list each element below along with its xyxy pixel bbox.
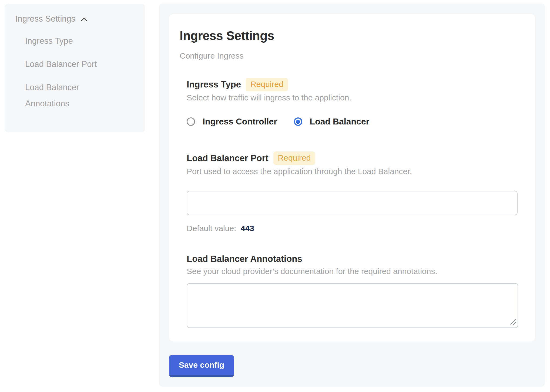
config-panel: Ingress Settings Configure Ingress Ingre… [159, 4, 545, 387]
required-badge: Required [273, 151, 316, 165]
ingress-settings-card: Ingress Settings Configure Ingress Ingre… [169, 14, 535, 342]
radio-button-icon[interactable] [187, 117, 195, 126]
ingress-type-radio-group: Ingress Controller Load Balancer [187, 117, 518, 127]
settings-sidebar: Ingress Settings Ingress Type Load Balan… [5, 4, 145, 132]
section-load-balancer-port: Load Balancer Port Required Port used to… [187, 151, 518, 233]
section-description: Port used to access the application thro… [187, 166, 518, 177]
load-balancer-annotations-textarea[interactable] [187, 283, 518, 328]
load-balancer-port-input[interactable] [187, 191, 518, 215]
sidebar-item-load-balancer-port[interactable]: Load Balancer Port [25, 56, 120, 72]
radio-label: Ingress Controller [203, 117, 277, 127]
section-description: See your cloud provider’s documentation … [187, 266, 518, 277]
chevron-up-icon [80, 15, 88, 23]
section-description: Select how traffic will ingress to the a… [187, 92, 518, 103]
default-value-label: Default value: [187, 224, 236, 233]
default-value-row: Default value: 443 [187, 224, 518, 233]
sidebar-item-list: Ingress Type Load Balancer Port Load Bal… [25, 33, 135, 112]
radio-ingress-controller[interactable]: Ingress Controller [187, 117, 277, 127]
page-subtitle: Configure Ingress [180, 51, 518, 61]
resize-handle-icon[interactable] [509, 318, 517, 326]
section-load-balancer-annotations: Load Balancer Annotations See your cloud… [187, 253, 518, 328]
required-badge: Required [246, 78, 288, 91]
section-ingress-type: Ingress Type Required Select how traffic… [187, 78, 518, 127]
sidebar-section-ingress-settings[interactable]: Ingress Settings [15, 14, 135, 24]
sidebar-section-label: Ingress Settings [15, 14, 75, 24]
section-title: Load Balancer Port [187, 152, 269, 164]
section-title: Load Balancer Annotations [187, 253, 302, 265]
section-title: Ingress Type [187, 79, 241, 90]
radio-button-icon[interactable] [294, 117, 302, 126]
sidebar-item-ingress-type[interactable]: Ingress Type [25, 33, 120, 49]
radio-load-balancer[interactable]: Load Balancer [294, 117, 370, 127]
default-value: 443 [241, 224, 254, 233]
page-title: Ingress Settings [180, 28, 518, 43]
save-config-button[interactable]: Save config [169, 355, 234, 377]
radio-label: Load Balancer [310, 117, 370, 127]
sidebar-item-load-balancer-annotations[interactable]: Load Balancer Annotations [25, 79, 120, 112]
